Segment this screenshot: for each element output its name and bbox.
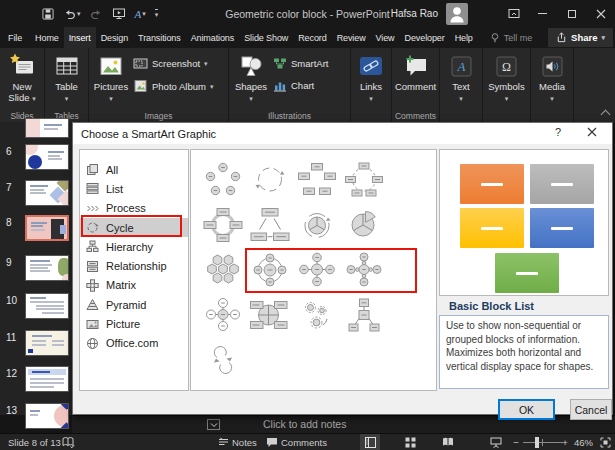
share-button[interactable]: Share ▾	[548, 28, 613, 47]
photo-album-label: Photo Album	[152, 81, 206, 92]
smartart-diverging-radial-icon[interactable]	[201, 294, 245, 336]
screenshot-button[interactable]: Screenshot ▾	[133, 57, 213, 70]
redo-button[interactable]	[90, 8, 103, 20]
smartart-radial-cluster-icon[interactable]	[342, 294, 386, 336]
smartart-swirl-icon[interactable]	[201, 339, 245, 381]
slide-thumbnail-5-partial[interactable]	[25, 118, 69, 138]
category-cycle-selected[interactable]: Cycle	[80, 218, 188, 237]
reading-view-button[interactable]	[438, 434, 458, 450]
smartart-basic-radial-icon[interactable]	[295, 249, 339, 291]
text-caret: ▾	[459, 95, 463, 102]
close-button[interactable]	[586, 0, 615, 27]
tab-view[interactable]: View	[371, 27, 400, 48]
dialog-help-button[interactable]: ?	[550, 126, 566, 138]
slide-thumbnail-13[interactable]	[25, 403, 69, 429]
smartart-gear-icon[interactable]	[295, 294, 339, 336]
font-tool-button[interactable]: A ▾	[135, 8, 146, 20]
shapes-label: Shapes	[235, 81, 267, 92]
avatar[interactable]	[446, 3, 468, 25]
collapse-ribbon-icon[interactable]	[601, 110, 611, 120]
spell-check-button[interactable]	[62, 434, 75, 450]
smartart-basic-pie-icon[interactable]	[342, 204, 386, 246]
dialog-close-icon	[587, 127, 597, 137]
customize-qat-button[interactable]: ▾	[155, 9, 159, 18]
share-label: Share	[571, 32, 597, 43]
zoom-slider-center-tick	[542, 439, 543, 446]
zoom-slider-track[interactable]	[523, 442, 563, 443]
start-slideshow-button[interactable]	[112, 7, 126, 20]
slide-sorter-view-button[interactable]	[400, 434, 420, 450]
undo-button[interactable]: ▾	[63, 8, 81, 20]
tab-slide-show[interactable]: Slide Show	[239, 27, 293, 48]
comments-toggle-button[interactable]: Comments	[266, 434, 327, 450]
notes-toggle-button[interactable]: Notes	[218, 434, 257, 450]
slide-thumbnail-8-selected[interactable]	[25, 215, 69, 241]
slide-thumbnail-6[interactable]	[25, 144, 69, 170]
smartart-text-cycle-icon[interactable]	[248, 159, 292, 201]
tab-design[interactable]: Design	[96, 27, 133, 48]
smartart-block-cycle-icon[interactable]	[295, 159, 339, 201]
notes-collapse-button[interactable]	[207, 419, 220, 430]
slide-show-view-button[interactable]	[486, 434, 506, 450]
category-process[interactable]: Process	[80, 199, 188, 218]
ok-button[interactable]: OK	[498, 399, 555, 420]
media-button[interactable]: Media▾	[531, 48, 573, 122]
category-relationship[interactable]: Relationship	[80, 256, 188, 275]
save-button[interactable]	[42, 8, 54, 20]
category-pyramid[interactable]: Pyramid	[80, 295, 188, 314]
slide-thumbnail-10[interactable]	[25, 293, 69, 319]
slide-thumbnail-7[interactable]	[25, 180, 69, 206]
zoom-out-button[interactable]: −	[512, 434, 520, 450]
symbols-button[interactable]: Ω Symbols▾	[484, 48, 530, 122]
tab-insert[interactable]: Insert	[64, 27, 96, 48]
zoom-percent[interactable]: 46%	[574, 434, 593, 450]
tab-animations[interactable]: Animations	[186, 27, 240, 48]
category-list[interactable]: List	[80, 179, 188, 198]
smartart-radial-cycle-icon[interactable]	[248, 249, 292, 291]
smartart-cycle-matrix-icon[interactable]	[248, 294, 292, 336]
ribbon-display-options-button[interactable]	[499, 0, 528, 27]
dialog-close-button[interactable]	[584, 127, 600, 139]
slide-thumbnail-9[interactable]	[25, 255, 69, 281]
zoom-in-button[interactable]: +	[561, 434, 569, 450]
category-office-com[interactable]: Office.com	[80, 334, 188, 353]
tell-me-box[interactable]: Tell me	[484, 27, 539, 48]
smartart-segmented-cycle-icon[interactable]	[295, 204, 339, 246]
tab-transitions[interactable]: Transitions	[133, 27, 186, 48]
smartart-basic-cycle-icon[interactable]	[201, 159, 245, 201]
close-icon	[596, 9, 606, 19]
chart-button[interactable]: Chart	[273, 79, 328, 92]
smartart-nondirectional-cycle-icon[interactable]	[342, 159, 386, 201]
reading-view-icon	[442, 437, 454, 447]
category-hierarchy[interactable]: Hierarchy	[80, 237, 188, 256]
zoom-slider-thumb[interactable]	[535, 437, 539, 448]
category-picture[interactable]: Picture	[80, 314, 188, 333]
text-button[interactable]: A Text▾	[440, 48, 482, 122]
slide-thumbnail-12[interactable]	[25, 366, 69, 392]
tab-home[interactable]: Home	[30, 27, 64, 48]
tab-developer[interactable]: Developer	[400, 27, 450, 48]
category-all[interactable]: All	[80, 160, 188, 179]
cancel-button[interactable]: Cancel	[570, 399, 612, 420]
fit-to-window-button[interactable]	[600, 434, 611, 450]
tab-help[interactable]: Help	[450, 27, 478, 48]
smartart-continuous-cycle-icon[interactable]	[201, 204, 245, 246]
tab-record[interactable]: Record	[293, 27, 331, 48]
links-button[interactable]: Links▾	[351, 48, 391, 122]
pyramid-category-icon	[86, 298, 99, 311]
smartart-hexagon-cluster-icon[interactable]	[201, 249, 245, 291]
photo-album-button[interactable]: Photo Album ▾	[133, 79, 213, 93]
smartart-radial-venn-icon[interactable]	[342, 249, 386, 291]
table-icon	[54, 52, 80, 80]
tab-review[interactable]: Review	[332, 27, 371, 48]
maximize-button[interactable]	[557, 0, 586, 27]
minimize-button[interactable]	[528, 0, 557, 27]
category-matrix[interactable]: Matrix	[80, 276, 188, 295]
smartart-button[interactable]: SmartArt	[273, 57, 328, 70]
smartart-multidirectional-cycle-icon[interactable]	[248, 204, 292, 246]
slide-thumbnail-11[interactable]	[25, 330, 69, 356]
normal-view-button[interactable]	[360, 434, 380, 450]
category-label: Picture	[106, 318, 140, 330]
notes-placeholder[interactable]: Click to add notes	[263, 418, 346, 430]
tab-file[interactable]: File	[0, 27, 30, 48]
